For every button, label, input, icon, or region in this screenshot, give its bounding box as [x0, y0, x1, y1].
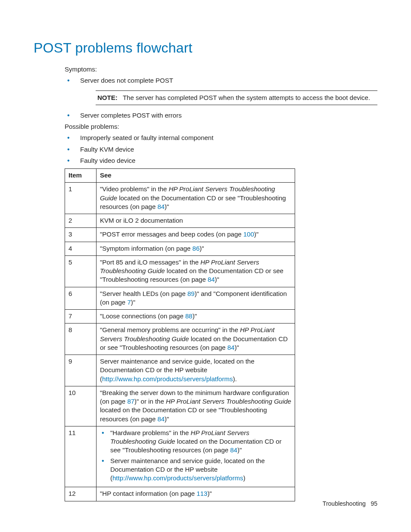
possible-label: Possible problems:: [65, 122, 377, 131]
list-item: Faulty KVM device: [65, 145, 377, 154]
cell-see: KVM or iLO 2 documentation: [97, 214, 295, 228]
body: Symptoms: Server does not complete POST …: [65, 65, 377, 501]
page-title: POST problems flowchart: [34, 39, 377, 57]
list-item: Server completes POST with errors: [65, 111, 377, 120]
cell-see: "Video problems" in the HP ProLiant Serv…: [97, 183, 295, 214]
symptom-text: Server completes POST with errors: [80, 112, 182, 119]
cell-item: 8: [65, 324, 97, 355]
url-link[interactable]: http://www.hp.com/products/servers/platf…: [102, 375, 233, 383]
cell-item: 4: [65, 242, 97, 255]
list-item: Server does not complete POST NOTE: The …: [65, 76, 377, 105]
note-block: NOTE: The server has completed POST when…: [96, 90, 377, 105]
cell-item: 1: [65, 183, 97, 214]
table-row: 11 "Hardware problems" in the HP ProLian…: [65, 426, 295, 487]
page-link[interactable]: 89: [187, 290, 195, 297]
cell-see: "Loose connections (on page 88)": [97, 310, 295, 324]
page-link[interactable]: 100: [243, 230, 254, 238]
table-row: 2 KVM or iLO 2 documentation: [65, 214, 295, 228]
cell-item: 7: [65, 310, 97, 324]
cell-see: "Port 85 and iLO messages" in the HP Pro…: [97, 255, 295, 287]
url-link[interactable]: http://www.hp.com/products/servers/platf…: [112, 474, 243, 482]
list-item: Improperly seated or faulty internal com…: [65, 134, 377, 142]
cell-item: 2: [65, 214, 97, 228]
list-item: Faulty video device: [65, 156, 377, 165]
page-link[interactable]: 88: [185, 312, 193, 320]
table-row: 9 Server maintenance and service guide, …: [65, 355, 295, 386]
page-link[interactable]: 84: [230, 446, 237, 454]
table-row: 6 "Server health LEDs (on page 89)" and …: [65, 287, 295, 310]
page-link[interactable]: 86: [193, 245, 200, 252]
page-footer: Troubleshooting 95: [323, 500, 377, 508]
cell-item: 5: [65, 255, 97, 287]
page-link[interactable]: 7: [127, 299, 131, 306]
possible-list: Improperly seated or faulty internal com…: [65, 134, 377, 165]
cell-item: 6: [65, 287, 97, 310]
cell-item: 10: [65, 386, 97, 426]
symptoms-list: Server does not complete POST NOTE: The …: [65, 76, 377, 120]
col-header-see: See: [97, 169, 295, 183]
symptom-text: Server does not complete POST: [80, 77, 173, 84]
cell-see: Server maintenance and service guide, lo…: [97, 355, 295, 386]
page-link[interactable]: 84: [157, 203, 165, 210]
table-row: 1 "Video problems" in the HP ProLiant Se…: [65, 183, 295, 214]
cell-see: "Hardware problems" in the HP ProLiant S…: [97, 426, 295, 487]
cell-bullet-list: "Hardware problems" in the HP ProLiant S…: [100, 429, 291, 483]
table-row: 10 "Breaking the server down to the mini…: [65, 386, 295, 426]
list-item: "Hardware problems" in the HP ProLiant S…: [100, 429, 291, 455]
table-head-row: Item See: [65, 169, 295, 183]
note-text: The server has completed POST when the s…: [123, 94, 370, 101]
list-item: Server maintenance and service guide, lo…: [100, 457, 291, 483]
cell-see: "POST error messages and beep codes (on …: [97, 228, 295, 242]
table-row: 3 "POST error messages and beep codes (o…: [65, 228, 295, 242]
cell-see: "Symptom information (on page 86)": [97, 242, 295, 255]
page: POST problems flowchart Symptoms: Server…: [0, 0, 411, 532]
reference-table: Item See 1 "Video problems" in the HP Pr…: [65, 168, 295, 501]
footer-section: Troubleshooting: [323, 500, 366, 507]
page-link[interactable]: 87: [127, 398, 134, 405]
cell-see: "Server health LEDs (on page 89)" and "C…: [97, 287, 295, 310]
cell-item: 12: [65, 487, 97, 501]
cell-item: 3: [65, 228, 97, 242]
table-row: 5 "Port 85 and iLO messages" in the HP P…: [65, 255, 295, 287]
symptoms-label: Symptoms:: [65, 65, 377, 74]
table-row: 8 "General memory problems are occurring…: [65, 324, 295, 355]
cell-see: "Breaking the server down to the minimum…: [97, 386, 295, 426]
note-label: NOTE:: [97, 94, 118, 101]
table-row: 4 "Symptom information (on page 86)": [65, 242, 295, 255]
footer-page-number: 95: [371, 500, 377, 507]
cell-item: 9: [65, 355, 97, 386]
cell-see: "General memory problems are occurring" …: [97, 324, 295, 355]
cell-see: "HP contact information (on page 113)": [97, 487, 295, 501]
page-link[interactable]: 84: [227, 344, 235, 351]
col-header-item: Item: [65, 169, 97, 183]
table-row: 12 "HP contact information (on page 113)…: [65, 487, 295, 501]
page-link[interactable]: 84: [157, 415, 165, 423]
cell-item: 11: [65, 426, 97, 487]
page-link[interactable]: 84: [208, 276, 215, 283]
page-link[interactable]: 113: [196, 490, 207, 497]
table-row: 7 "Loose connections (on page 88)": [65, 310, 295, 324]
